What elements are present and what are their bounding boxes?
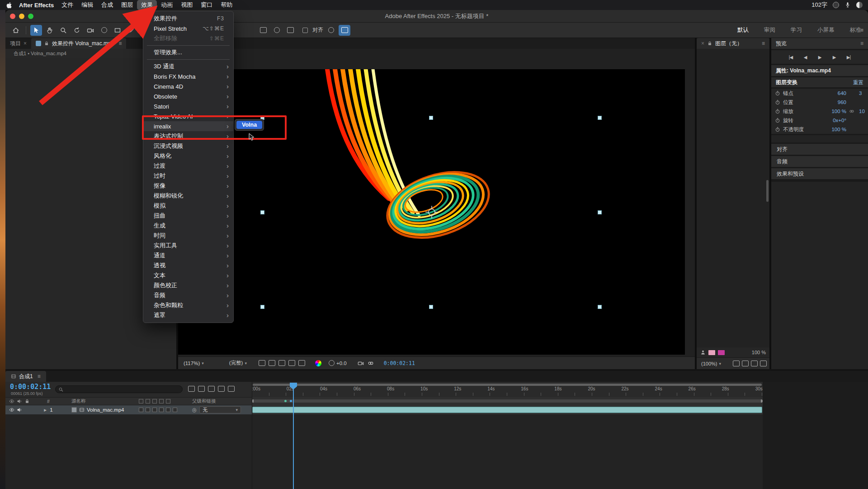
effects-menu-item[interactable]: 杂色和颗粒	[143, 300, 233, 310]
effects-menu-item[interactable]: Pixel Stretch ⌥⇧⌘E	[143, 24, 233, 33]
workspace-menu-icon[interactable]: ≡	[860, 27, 863, 33]
property-value-2[interactable]: 10	[859, 109, 866, 114]
view-option-icon[interactable]	[751, 361, 758, 366]
scrollbar-handle[interactable]	[766, 180, 769, 202]
effects-menu-item[interactable]: 生成	[143, 221, 233, 231]
effects-menu-item[interactable]: 过渡	[143, 161, 233, 171]
color-swatch-magenta[interactable]	[718, 350, 725, 355]
brush-tool[interactable]	[257, 25, 269, 36]
effects-menu-item[interactable]: 管理效果...	[143, 47, 233, 57]
timeline-search-input[interactable]	[65, 387, 179, 392]
property-row[interactable]: 不透明度 100 %	[771, 125, 868, 134]
collapsed-panel-header[interactable]: 效果和预设	[771, 168, 868, 179]
layer-duration-bar[interactable]	[252, 407, 762, 413]
grid-guides-icon[interactable]	[259, 360, 265, 366]
view-layout-icon[interactable]	[298, 360, 305, 366]
effects-menu-item[interactable]: 过时	[143, 171, 233, 181]
property-value[interactable]: 100 %	[831, 109, 846, 114]
property-row[interactable]: 锚点 640 3	[771, 89, 868, 98]
menubar-item[interactable]: 效果	[137, 0, 157, 10]
display-mode-icon[interactable]	[856, 2, 863, 8]
menubar-item[interactable]: 帮助	[217, 0, 236, 10]
layer-number-header[interactable]: #	[37, 399, 60, 404]
property-row[interactable]: 旋转 0x+0°	[771, 116, 868, 125]
region-of-interest-icon[interactable]	[278, 360, 285, 366]
effects-menu-item[interactable]: 透视	[143, 261, 233, 271]
pen-tool[interactable]	[125, 25, 137, 36]
mask-visibility-icon[interactable]	[269, 360, 275, 366]
properties-panel-header[interactable]: 属性: Volna_mac.mp4	[771, 65, 868, 76]
stopwatch-icon[interactable]	[775, 127, 780, 132]
workspace-tab[interactable]: 审阅	[764, 26, 775, 34]
link-icon[interactable]	[368, 360, 374, 366]
transparency-grid-icon[interactable]	[288, 360, 295, 366]
transport-button[interactable]: |◀	[786, 55, 796, 60]
work-area-bar[interactable]	[252, 399, 763, 403]
menubar-item[interactable]: 窗口	[197, 0, 217, 10]
layer-zoom-dropdown[interactable]: (100%) ▾	[699, 360, 723, 367]
playhead-line[interactable]	[293, 383, 294, 489]
close-tab-icon[interactable]: ×	[701, 40, 704, 47]
home-button[interactable]	[10, 25, 22, 36]
effects-menu-item[interactable]: 文本	[143, 271, 233, 280]
zoom-tool[interactable]	[57, 25, 69, 36]
viewer-timecode[interactable]: 0:00:02:11	[384, 360, 415, 366]
composition-mini-flowchart-icon[interactable]	[188, 386, 195, 392]
collapsed-panel-header[interactable]: 对齐	[771, 144, 868, 155]
apple-menu-icon[interactable]	[5, 1, 13, 9]
workspace-tab[interactable]: 默认	[737, 26, 749, 34]
layer-handle-bottom-center[interactable]	[429, 305, 433, 309]
effects-menu-item[interactable]: 沉浸式视频	[143, 141, 233, 151]
layer-visibility-eye-icon[interactable]	[9, 407, 14, 413]
effects-menu-item[interactable]: 时间	[143, 231, 233, 241]
stopwatch-icon[interactable]	[775, 100, 780, 105]
layer-handle-mid-right[interactable]	[598, 210, 602, 214]
draft-3d-icon[interactable]	[198, 386, 205, 392]
frame-blending-icon[interactable]	[218, 386, 225, 392]
property-value[interactable]: 100 %	[831, 127, 846, 132]
layer-switch[interactable]	[146, 408, 150, 412]
orbit-camera-tool[interactable]	[71, 25, 83, 36]
menubar-item[interactable]: 编辑	[77, 0, 97, 10]
layer-switch[interactable]	[166, 408, 170, 412]
panel-menu-icon[interactable]: ≡	[118, 40, 122, 47]
effects-menu-item[interactable]: 3D 通道	[143, 62, 233, 71]
effects-menu-item[interactable]: Satori	[143, 101, 233, 111]
layer-switch[interactable]	[139, 408, 143, 412]
app-menu[interactable]: After Effects	[19, 2, 54, 9]
layer-switch[interactable]	[152, 408, 157, 412]
minimize-window-button[interactable]	[19, 14, 24, 19]
preview-panel-header[interactable]: 预览 ≡	[771, 38, 868, 49]
align-checkbox[interactable]	[302, 28, 308, 33]
lock-icon[interactable]	[44, 41, 49, 46]
workspace-tab[interactable]: 标准	[849, 26, 861, 34]
effects-menu-item[interactable]: 实用工具	[143, 241, 233, 251]
link-dimensions-icon[interactable]	[849, 109, 854, 114]
effects-menu-item[interactable]: 风格化	[143, 151, 233, 161]
exposure-control[interactable]: +0.0	[329, 360, 347, 366]
property-row[interactable]: 位置 960	[771, 98, 868, 107]
channel-color-icon[interactable]	[315, 360, 321, 366]
menubar-item[interactable]: 动画	[157, 0, 177, 10]
panel-menu-icon[interactable]: ≡	[38, 373, 41, 380]
view-option-icon[interactable]	[742, 361, 749, 366]
stopwatch-icon[interactable]	[775, 118, 780, 123]
effects-menu-item[interactable]: 模糊和锐化	[143, 191, 233, 201]
parent-dropdown[interactable]: 无 ▾	[199, 406, 241, 413]
workspace-tab[interactable]: 学习	[791, 26, 802, 34]
effects-menu-item[interactable]: 全部移除 ⇧⌘E	[143, 33, 233, 43]
char-count-status[interactable]: 102字	[811, 1, 827, 9]
tab-layer[interactable]: × 图层（无） ≡	[697, 38, 769, 49]
transport-button[interactable]: ▶	[815, 55, 825, 60]
layer-handle-bottom-right[interactable]	[598, 305, 602, 309]
lock-icon[interactable]	[707, 41, 712, 46]
pan-behind-tool[interactable]	[98, 25, 110, 36]
eraser-tool[interactable]	[284, 25, 296, 36]
effects-menu-item[interactable]: Obsolete	[143, 91, 233, 101]
menubar-item[interactable]: 文件	[57, 0, 77, 10]
puppet-pin-tool[interactable]	[325, 25, 337, 36]
layer-color-chip[interactable]	[71, 407, 77, 413]
panel-menu-icon[interactable]: ≡	[860, 40, 863, 47]
snapping-options-button[interactable]	[339, 25, 350, 36]
effects-menu-item[interactable]: Boris FX Mocha	[143, 71, 233, 81]
